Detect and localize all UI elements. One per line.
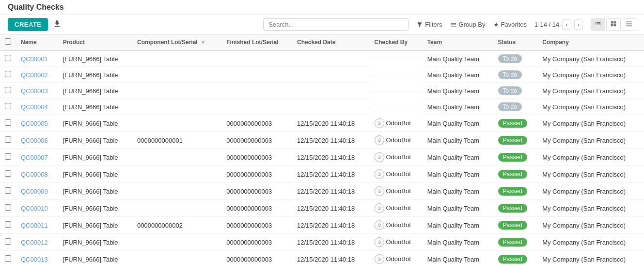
row-name-link[interactable]: QC00008 — [21, 171, 48, 178]
status-badge: To do — [498, 54, 522, 63]
row-checkbox[interactable] — [5, 71, 11, 77]
top-bar: Quality Checks — [0, 0, 644, 15]
prev-page-button[interactable]: ‹ — [562, 19, 571, 30]
row-name-link[interactable]: QC00005 — [21, 120, 48, 127]
row-name[interactable]: QC00012 — [16, 234, 58, 251]
row-name[interactable]: QC00005 — [16, 115, 58, 132]
kanban-view-button[interactable] — [606, 18, 621, 31]
row-name[interactable]: QC00009 — [16, 183, 58, 200]
search-input[interactable] — [263, 18, 408, 31]
row-finished-lot: 0000000000003 — [221, 149, 292, 166]
row-checkbox[interactable] — [5, 55, 11, 61]
col-status[interactable]: Status — [493, 34, 538, 50]
row-checkbox[interactable] — [5, 136, 11, 143]
col-product[interactable]: Product — [58, 34, 132, 50]
row-name[interactable]: QC00003 — [16, 83, 58, 99]
row-name[interactable]: QC00007 — [16, 149, 58, 166]
col-finished-lot[interactable]: Finished Lot/Serial — [221, 34, 292, 50]
row-checked-date — [292, 99, 369, 115]
row-product: [FURN_9666] Table — [58, 217, 132, 234]
row-name[interactable]: QC00013 — [16, 251, 58, 265]
col-checked-date[interactable]: Checked Date — [292, 34, 369, 50]
row-name[interactable]: QC00006 — [16, 132, 58, 149]
row-name[interactable]: QC00008 — [16, 166, 58, 183]
row-name[interactable]: QC00001 — [16, 50, 58, 67]
page-title: Quality Checks — [8, 3, 64, 12]
filters-button[interactable]: Filters — [416, 21, 442, 28]
row-checkbox[interactable] — [5, 255, 11, 262]
col-checked-by[interactable]: Checked By — [370, 34, 423, 50]
row-component-lot — [132, 83, 221, 99]
row-name-link[interactable]: QC00007 — [21, 154, 48, 161]
select-all-checkbox[interactable] — [5, 38, 11, 45]
row-checked-date: 12/15/2020 11:40:18 — [292, 234, 369, 251]
row-name-link[interactable]: QC00001 — [21, 55, 48, 63]
row-name-link[interactable]: QC00004 — [21, 103, 48, 111]
row-checkbox-cell[interactable] — [0, 50, 16, 67]
row-name-link[interactable]: QC00010 — [21, 205, 48, 212]
status-badge: To do — [498, 86, 522, 95]
row-name[interactable]: QC00010 — [16, 200, 58, 217]
row-checkbox-cell[interactable] — [0, 115, 16, 132]
row-checkbox-cell[interactable] — [0, 99, 16, 115]
row-name[interactable]: QC00004 — [16, 99, 58, 115]
row-team: Main Quality Team — [423, 183, 493, 200]
row-checkbox-cell[interactable] — [0, 217, 16, 234]
row-name-link[interactable]: QC00012 — [21, 239, 48, 246]
row-checkbox[interactable] — [5, 204, 11, 211]
row-checkbox-cell[interactable] — [0, 132, 16, 149]
row-checked-by: ⊙OdooBot — [370, 217, 423, 234]
row-checked-by — [370, 51, 423, 58]
row-name-link[interactable]: QC00009 — [21, 188, 48, 195]
row-component-lot — [132, 234, 221, 251]
row-component-lot: 0000000000002 — [132, 217, 221, 234]
col-team[interactable]: Team — [423, 34, 493, 50]
create-button[interactable]: CREATE — [8, 18, 48, 31]
row-checked-date: 12/15/2020 11:40:18 — [292, 251, 369, 265]
checked-by-name: OdooBot — [386, 255, 411, 263]
row-checkbox-cell[interactable] — [0, 183, 16, 200]
download-button[interactable] — [53, 19, 62, 30]
row-checkbox-cell[interactable] — [0, 166, 16, 183]
row-checkbox[interactable] — [5, 238, 11, 245]
next-page-button[interactable]: › — [574, 19, 583, 30]
row-checkbox[interactable] — [5, 221, 11, 228]
row-name[interactable]: QC00002 — [16, 67, 58, 83]
row-checkbox[interactable] — [5, 87, 11, 93]
row-checkbox-cell[interactable] — [0, 67, 16, 83]
row-finished-lot: 0000000000003 — [221, 217, 292, 234]
row-checkbox-cell[interactable] — [0, 149, 16, 166]
row-checkbox[interactable] — [5, 103, 11, 109]
grid-view-button[interactable] — [622, 18, 636, 31]
col-name[interactable]: Name — [16, 34, 58, 50]
row-name[interactable]: QC00011 — [16, 217, 58, 234]
row-checkbox-cell[interactable] — [0, 200, 16, 217]
row-name-link[interactable]: QC00003 — [21, 87, 48, 95]
row-checkbox[interactable] — [5, 153, 11, 160]
row-checkbox-cell[interactable] — [0, 234, 16, 251]
row-component-lot — [132, 67, 221, 83]
row-name-link[interactable]: QC00011 — [21, 222, 48, 229]
row-checkbox[interactable] — [5, 187, 11, 194]
groupby-label: Group By — [459, 21, 486, 28]
col-company[interactable]: Company — [537, 34, 644, 50]
row-name-link[interactable]: QC00013 — [21, 256, 48, 263]
row-checkbox[interactable] — [5, 170, 11, 177]
row-checkbox-cell[interactable] — [0, 83, 16, 99]
row-name-link[interactable]: QC00006 — [21, 137, 48, 144]
favorites-button[interactable]: ★ Favorites — [493, 21, 527, 28]
row-company: My Company (San Francisco) — [537, 149, 644, 166]
row-finished-lot — [221, 99, 292, 115]
select-all-header[interactable] — [0, 34, 16, 50]
row-checked-by: ⊙OdooBot — [370, 251, 423, 265]
col-component-lot[interactable]: Component Lot/Serial ▼ — [132, 34, 221, 50]
list-view-button[interactable] — [591, 18, 605, 31]
row-checked-date: 12/15/2020 11:40:18 — [292, 183, 369, 200]
row-checked-by: ⊙OdooBot — [370, 234, 423, 251]
row-checkbox[interactable] — [5, 119, 11, 126]
status-badge: Passed — [498, 187, 527, 196]
status-badge: Passed — [498, 238, 527, 247]
groupby-button[interactable]: Group By — [450, 21, 486, 28]
row-name-link[interactable]: QC00002 — [21, 71, 48, 79]
row-checkbox-cell[interactable] — [0, 251, 16, 265]
